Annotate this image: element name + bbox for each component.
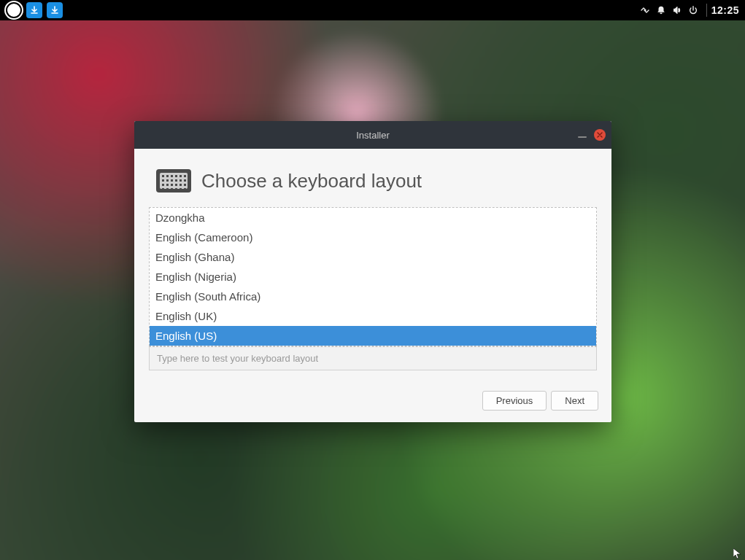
layout-option[interactable]: English (Ghana) <box>150 247 596 267</box>
installer-window: Installer Choose a keyboard layout Dzong… <box>134 121 611 422</box>
taskbar-download-icon-2[interactable] <box>47 2 63 18</box>
network-icon[interactable] <box>639 4 651 16</box>
keyboard-icon <box>156 169 191 192</box>
titlebar[interactable]: Installer <box>134 121 611 149</box>
layout-option[interactable]: Dzongkha <box>150 208 596 228</box>
layout-option[interactable]: English (US) <box>150 326 596 346</box>
top-panel: 12:25 <box>0 0 745 20</box>
window-title: Installer <box>356 130 390 141</box>
layout-option[interactable]: English (Cameroon) <box>150 228 596 247</box>
notifications-icon[interactable] <box>655 4 667 16</box>
start-menu-button[interactable] <box>6 2 22 18</box>
keyboard-test-input[interactable] <box>149 346 597 370</box>
heading-text: Choose a keyboard layout <box>201 170 422 192</box>
layout-option[interactable]: English (South Africa) <box>150 287 596 306</box>
layout-option[interactable]: English (Nigeria) <box>150 267 596 287</box>
close-button[interactable] <box>594 129 606 141</box>
page-heading: Choose a keyboard layout <box>156 169 597 192</box>
taskbar-download-icon-1[interactable] <box>26 2 42 18</box>
volume-icon[interactable] <box>671 4 683 16</box>
previous-button[interactable]: Previous <box>482 391 547 411</box>
footer-buttons: Previous Next <box>134 381 611 422</box>
power-icon[interactable] <box>687 4 699 16</box>
minimize-button[interactable] <box>578 136 587 138</box>
layout-option[interactable]: English (UK) <box>150 306 596 326</box>
mouse-cursor <box>733 548 742 560</box>
next-button[interactable]: Next <box>551 391 598 411</box>
keyboard-layout-list[interactable]: DzongkhaEnglish (Cameroon)English (Ghana… <box>149 207 597 346</box>
clock[interactable]: 12:25 <box>706 4 739 17</box>
